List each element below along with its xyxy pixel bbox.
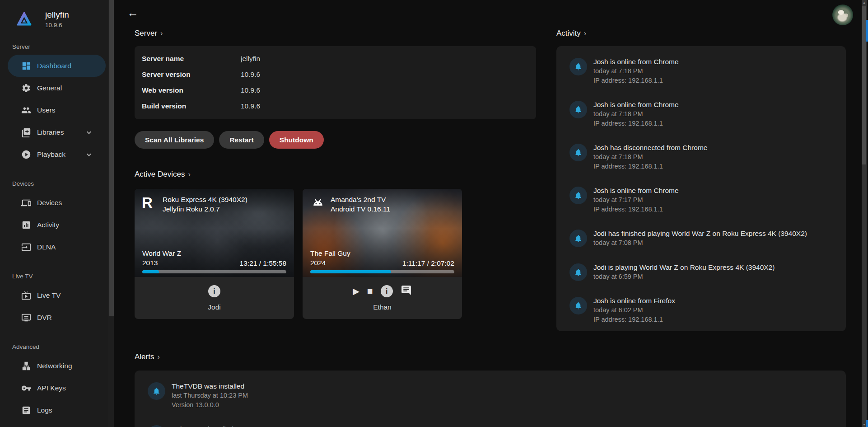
feed-item-title: Josh is online from Chrome — [593, 57, 679, 66]
sidebar-item-general[interactable]: General — [8, 77, 106, 99]
sidebar-item-playback[interactable]: Playback — [8, 143, 106, 165]
client-version: Jellyfin Roku 2.0.7 — [163, 204, 247, 214]
sidebar-item-activity[interactable]: Activity — [8, 214, 106, 236]
device-card-header: RRoku Express 4K (3940X2)Jellyfin Roku 2… — [135, 189, 294, 214]
playback-progress-fill — [142, 270, 159, 273]
sidebar-item-live-tv[interactable]: Live TV — [8, 284, 106, 306]
device-card-roku-express-4k-3940x2: RRoku Express 4K (3940X2)Jellyfin Roku 2… — [135, 189, 294, 319]
activity-link[interactable]: Activity › — [556, 29, 846, 38]
notification-bell-badge — [148, 425, 165, 427]
server-info-row-web-version: Web version10.9.6 — [142, 82, 529, 98]
sidebar-item-libraries[interactable]: Libraries — [8, 121, 106, 143]
main-content: Server › Server namejellyfinServer versi… — [135, 29, 536, 319]
server-info-row-server-version: Server version10.9.6 — [142, 66, 529, 82]
media-year: 2013 — [142, 258, 181, 267]
page-scrollbar[interactable]: ▲ ▼ — [862, 0, 867, 427]
feed-item-time: today at 7:18 PM — [593, 66, 679, 76]
sidebar-item-label: General — [37, 84, 62, 92]
sidebar-item-label: Live TV — [37, 291, 61, 300]
bell-icon — [574, 105, 583, 114]
server-actions: Scan All LibrariesRestartShutdown — [135, 131, 536, 149]
feed-item-title: TheTVDB was installed — [172, 381, 248, 391]
server-section-link[interactable]: Server › — [135, 29, 536, 38]
scan-all-libraries-button[interactable]: Scan All Libraries — [135, 131, 214, 149]
settings-icon — [21, 83, 31, 93]
sidebar-section-label-server: Server — [0, 43, 114, 50]
app-title: jellyfin — [45, 10, 69, 20]
feed-item-title: Josh is online from Chrome — [593, 186, 679, 195]
sidebar-item-dlna[interactable]: DLNA — [8, 236, 106, 258]
notification-bell-badge — [569, 263, 587, 281]
media-backdrop-world-war-z: RRoku Express 4K (3940X2)Jellyfin Roku 2… — [135, 189, 294, 277]
analytics-icon — [21, 220, 31, 230]
page-scrollbar-thumb[interactable] — [862, 6, 866, 164]
scroll-up-icon[interactable]: ▲ — [862, 1, 867, 4]
sidebar-scrollbar[interactable] — [108, 0, 114, 427]
feed-item-detail: IP address: 192.168.1.1 — [593, 119, 679, 128]
sidebar-item-label: Libraries — [37, 128, 64, 136]
sidebar-item-label: Activity — [37, 221, 59, 229]
bell-icon — [574, 148, 583, 157]
sidebar-item-dvr[interactable]: DVR — [8, 306, 106, 328]
sidebar-item-dashboard[interactable]: Dashboard — [8, 55, 106, 77]
feed-item: Josh is online from Chrometoday at 7:17 … — [569, 186, 835, 214]
app-version: 10.9.6 — [45, 22, 69, 28]
feed-item-title: Josh has disconnected from Chrome — [593, 143, 707, 152]
info-button[interactable]: i — [381, 285, 393, 297]
sidebar-item-api-keys[interactable]: API Keys — [8, 377, 106, 399]
sidebar-item-networking[interactable]: Networking — [8, 355, 106, 377]
info-button[interactable]: i — [208, 285, 220, 297]
media-title: World War Z — [142, 249, 181, 258]
roku-logo-icon: R — [142, 195, 159, 211]
play-circle-icon — [21, 150, 31, 160]
server-info-row-build-version: Build version10.9.6 — [142, 98, 529, 114]
dvr-icon — [21, 313, 31, 323]
chevron-right-icon: › — [584, 29, 586, 38]
activity-title: Activity — [556, 29, 581, 38]
live-tv-icon — [21, 291, 31, 300]
article-icon — [21, 405, 31, 415]
media-backdrop-the-fall-guy: Amanda's 2nd TVAndroid TV 0.16.11The Fal… — [303, 189, 462, 277]
notification-bell-badge — [569, 187, 587, 204]
sidebar-item-label: DVR — [37, 314, 52, 322]
feed-item-time: today at 6:59 PM — [593, 272, 775, 282]
shutdown-button[interactable]: Shutdown — [269, 131, 324, 149]
server-info-label: Build version — [142, 102, 241, 110]
server-info-row-server-name: Server namejellyfin — [142, 51, 529, 66]
playback-progress-bar — [142, 270, 286, 273]
back-button[interactable]: ← — [125, 5, 141, 21]
sidebar-scrollbar-thumb[interactable] — [109, 0, 114, 316]
notification-bell-badge — [569, 230, 587, 247]
alerts-link[interactable]: Alerts › — [135, 352, 846, 361]
activity-panel: Josh is online from Chrometoday at 7:18 … — [556, 46, 846, 331]
chevron-right-icon: › — [188, 170, 190, 178]
restart-button[interactable]: Restart — [219, 131, 264, 149]
active-devices-title: Active Devices — [135, 170, 185, 179]
feed-item-time: today at 7:08 PM — [593, 238, 807, 248]
active-devices-link[interactable]: Active Devices › — [135, 170, 536, 179]
server-info-value: 10.9.6 — [241, 86, 260, 94]
feed-item: Josh is online from Firefoxtoday at 6:02… — [569, 296, 835, 324]
play-button[interactable]: ▶ — [353, 286, 359, 296]
sidebar-item-users[interactable]: Users — [8, 99, 106, 121]
server-info-label: Server version — [142, 70, 241, 79]
chevron-right-icon: › — [160, 29, 163, 38]
message-button[interactable] — [401, 285, 412, 298]
playback-progress-bar — [310, 270, 454, 273]
media-year: 2024 — [310, 258, 350, 267]
device-name: Roku Express 4K (3940X2) — [163, 195, 247, 204]
media-title: The Fall Guy — [310, 249, 350, 258]
server-info-value: 10.9.6 — [241, 102, 260, 110]
sidebar-item-logs[interactable]: Logs — [8, 399, 106, 421]
feed-item-title: Josh is online from Chrome — [593, 100, 679, 109]
feed-item: Josh has disconnected from Chrometoday a… — [569, 143, 835, 171]
feed-item-detail: IP address: 192.168.1.1 — [593, 76, 679, 85]
input-icon — [21, 242, 31, 252]
people-icon — [21, 105, 31, 115]
sidebar-section-label-live-tv: Live TV — [0, 273, 114, 280]
user-avatar — [832, 5, 853, 25]
sidebar-item-devices[interactable]: Devices — [8, 192, 106, 214]
user-menu-button[interactable] — [832, 5, 853, 25]
feed-item-title: Josh is online from Firefox — [593, 296, 675, 305]
stop-button[interactable]: ■ — [367, 286, 373, 296]
